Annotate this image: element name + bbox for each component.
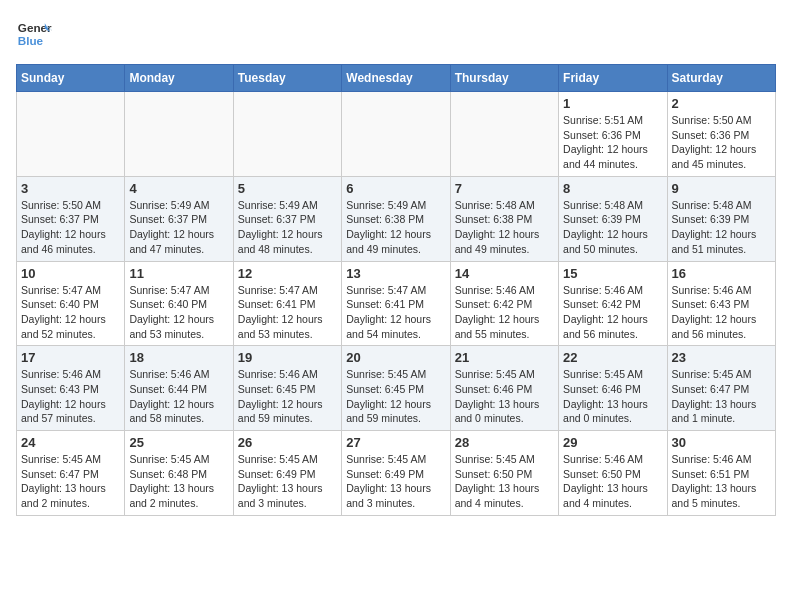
calendar-cell: 21Sunrise: 5:45 AM Sunset: 6:46 PM Dayli…	[450, 346, 558, 431]
day-number: 20	[346, 350, 445, 365]
day-number: 8	[563, 181, 662, 196]
weekday-header-monday: Monday	[125, 65, 233, 92]
calendar-cell: 30Sunrise: 5:46 AM Sunset: 6:51 PM Dayli…	[667, 431, 775, 516]
calendar-cell: 29Sunrise: 5:46 AM Sunset: 6:50 PM Dayli…	[559, 431, 667, 516]
day-number: 13	[346, 266, 445, 281]
day-info: Sunrise: 5:48 AM Sunset: 6:39 PM Dayligh…	[563, 198, 662, 257]
calendar-cell	[342, 92, 450, 177]
week-row-3: 10Sunrise: 5:47 AM Sunset: 6:40 PM Dayli…	[17, 261, 776, 346]
day-number: 22	[563, 350, 662, 365]
week-row-2: 3Sunrise: 5:50 AM Sunset: 6:37 PM Daylig…	[17, 176, 776, 261]
day-number: 9	[672, 181, 771, 196]
day-info: Sunrise: 5:49 AM Sunset: 6:37 PM Dayligh…	[129, 198, 228, 257]
day-info: Sunrise: 5:46 AM Sunset: 6:42 PM Dayligh…	[455, 283, 554, 342]
calendar-cell	[17, 92, 125, 177]
logo-icon: General Blue	[16, 16, 52, 52]
calendar-cell: 9Sunrise: 5:48 AM Sunset: 6:39 PM Daylig…	[667, 176, 775, 261]
day-info: Sunrise: 5:45 AM Sunset: 6:47 PM Dayligh…	[21, 452, 120, 511]
day-number: 3	[21, 181, 120, 196]
calendar-cell: 20Sunrise: 5:45 AM Sunset: 6:45 PM Dayli…	[342, 346, 450, 431]
day-info: Sunrise: 5:47 AM Sunset: 6:41 PM Dayligh…	[346, 283, 445, 342]
day-number: 27	[346, 435, 445, 450]
calendar-cell: 10Sunrise: 5:47 AM Sunset: 6:40 PM Dayli…	[17, 261, 125, 346]
day-info: Sunrise: 5:49 AM Sunset: 6:38 PM Dayligh…	[346, 198, 445, 257]
day-number: 14	[455, 266, 554, 281]
day-number: 18	[129, 350, 228, 365]
calendar-cell: 14Sunrise: 5:46 AM Sunset: 6:42 PM Dayli…	[450, 261, 558, 346]
calendar-cell: 13Sunrise: 5:47 AM Sunset: 6:41 PM Dayli…	[342, 261, 450, 346]
logo: General Blue	[16, 16, 56, 52]
day-number: 15	[563, 266, 662, 281]
day-info: Sunrise: 5:45 AM Sunset: 6:48 PM Dayligh…	[129, 452, 228, 511]
day-info: Sunrise: 5:46 AM Sunset: 6:44 PM Dayligh…	[129, 367, 228, 426]
day-number: 6	[346, 181, 445, 196]
calendar-cell: 5Sunrise: 5:49 AM Sunset: 6:37 PM Daylig…	[233, 176, 341, 261]
day-info: Sunrise: 5:45 AM Sunset: 6:46 PM Dayligh…	[563, 367, 662, 426]
day-number: 29	[563, 435, 662, 450]
day-number: 4	[129, 181, 228, 196]
day-info: Sunrise: 5:50 AM Sunset: 6:36 PM Dayligh…	[672, 113, 771, 172]
day-info: Sunrise: 5:47 AM Sunset: 6:40 PM Dayligh…	[21, 283, 120, 342]
calendar-cell: 12Sunrise: 5:47 AM Sunset: 6:41 PM Dayli…	[233, 261, 341, 346]
day-info: Sunrise: 5:47 AM Sunset: 6:40 PM Dayligh…	[129, 283, 228, 342]
day-number: 25	[129, 435, 228, 450]
week-row-5: 24Sunrise: 5:45 AM Sunset: 6:47 PM Dayli…	[17, 431, 776, 516]
day-info: Sunrise: 5:50 AM Sunset: 6:37 PM Dayligh…	[21, 198, 120, 257]
day-info: Sunrise: 5:45 AM Sunset: 6:47 PM Dayligh…	[672, 367, 771, 426]
weekday-header-friday: Friday	[559, 65, 667, 92]
day-info: Sunrise: 5:46 AM Sunset: 6:43 PM Dayligh…	[21, 367, 120, 426]
day-number: 12	[238, 266, 337, 281]
calendar-cell: 28Sunrise: 5:45 AM Sunset: 6:50 PM Dayli…	[450, 431, 558, 516]
calendar-cell: 23Sunrise: 5:45 AM Sunset: 6:47 PM Dayli…	[667, 346, 775, 431]
day-number: 2	[672, 96, 771, 111]
calendar-cell: 25Sunrise: 5:45 AM Sunset: 6:48 PM Dayli…	[125, 431, 233, 516]
calendar-cell: 1Sunrise: 5:51 AM Sunset: 6:36 PM Daylig…	[559, 92, 667, 177]
day-info: Sunrise: 5:45 AM Sunset: 6:50 PM Dayligh…	[455, 452, 554, 511]
day-number: 26	[238, 435, 337, 450]
weekday-header-wednesday: Wednesday	[342, 65, 450, 92]
day-info: Sunrise: 5:46 AM Sunset: 6:50 PM Dayligh…	[563, 452, 662, 511]
calendar-cell	[450, 92, 558, 177]
page-header: General Blue	[16, 16, 776, 52]
calendar-cell: 27Sunrise: 5:45 AM Sunset: 6:49 PM Dayli…	[342, 431, 450, 516]
weekday-header-thursday: Thursday	[450, 65, 558, 92]
day-number: 19	[238, 350, 337, 365]
day-number: 5	[238, 181, 337, 196]
day-info: Sunrise: 5:49 AM Sunset: 6:37 PM Dayligh…	[238, 198, 337, 257]
calendar-cell: 18Sunrise: 5:46 AM Sunset: 6:44 PM Dayli…	[125, 346, 233, 431]
calendar-cell: 16Sunrise: 5:46 AM Sunset: 6:43 PM Dayli…	[667, 261, 775, 346]
day-number: 21	[455, 350, 554, 365]
calendar-cell: 3Sunrise: 5:50 AM Sunset: 6:37 PM Daylig…	[17, 176, 125, 261]
day-info: Sunrise: 5:45 AM Sunset: 6:46 PM Dayligh…	[455, 367, 554, 426]
week-row-1: 1Sunrise: 5:51 AM Sunset: 6:36 PM Daylig…	[17, 92, 776, 177]
day-number: 28	[455, 435, 554, 450]
day-number: 16	[672, 266, 771, 281]
weekday-header-tuesday: Tuesday	[233, 65, 341, 92]
calendar-cell: 22Sunrise: 5:45 AM Sunset: 6:46 PM Dayli…	[559, 346, 667, 431]
day-info: Sunrise: 5:51 AM Sunset: 6:36 PM Dayligh…	[563, 113, 662, 172]
calendar-cell: 15Sunrise: 5:46 AM Sunset: 6:42 PM Dayli…	[559, 261, 667, 346]
calendar-cell: 11Sunrise: 5:47 AM Sunset: 6:40 PM Dayli…	[125, 261, 233, 346]
day-info: Sunrise: 5:46 AM Sunset: 6:45 PM Dayligh…	[238, 367, 337, 426]
day-info: Sunrise: 5:47 AM Sunset: 6:41 PM Dayligh…	[238, 283, 337, 342]
calendar-cell	[125, 92, 233, 177]
header-row: SundayMondayTuesdayWednesdayThursdayFrid…	[17, 65, 776, 92]
day-info: Sunrise: 5:46 AM Sunset: 6:42 PM Dayligh…	[563, 283, 662, 342]
calendar-cell: 2Sunrise: 5:50 AM Sunset: 6:36 PM Daylig…	[667, 92, 775, 177]
day-number: 17	[21, 350, 120, 365]
day-info: Sunrise: 5:46 AM Sunset: 6:43 PM Dayligh…	[672, 283, 771, 342]
day-number: 1	[563, 96, 662, 111]
calendar-cell: 4Sunrise: 5:49 AM Sunset: 6:37 PM Daylig…	[125, 176, 233, 261]
day-number: 11	[129, 266, 228, 281]
day-info: Sunrise: 5:46 AM Sunset: 6:51 PM Dayligh…	[672, 452, 771, 511]
calendar-cell	[233, 92, 341, 177]
calendar-cell: 6Sunrise: 5:49 AM Sunset: 6:38 PM Daylig…	[342, 176, 450, 261]
calendar-cell: 19Sunrise: 5:46 AM Sunset: 6:45 PM Dayli…	[233, 346, 341, 431]
day-number: 24	[21, 435, 120, 450]
day-number: 23	[672, 350, 771, 365]
svg-text:Blue: Blue	[18, 34, 44, 47]
day-number: 30	[672, 435, 771, 450]
day-info: Sunrise: 5:48 AM Sunset: 6:38 PM Dayligh…	[455, 198, 554, 257]
calendar-cell: 7Sunrise: 5:48 AM Sunset: 6:38 PM Daylig…	[450, 176, 558, 261]
calendar-cell: 26Sunrise: 5:45 AM Sunset: 6:49 PM Dayli…	[233, 431, 341, 516]
